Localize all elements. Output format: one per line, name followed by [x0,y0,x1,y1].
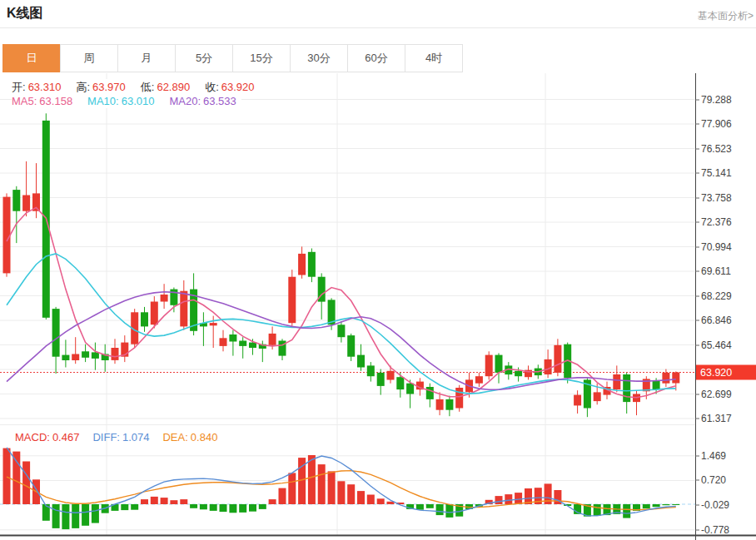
candle [672,373,679,384]
candle [623,374,630,402]
macd-bar [151,497,158,504]
tab-month[interactable]: 月 [117,44,176,72]
candle [436,399,444,410]
tab-5min[interactable]: 5分 [175,44,233,72]
macd-bar [672,504,679,505]
macd-bar [495,496,503,504]
candle [249,343,256,348]
macd-bar [161,498,168,504]
price-axis-label: 62.699 [701,389,732,400]
candle [288,277,296,324]
kline-module: 79.28877.90676.52375.14173.75872.37670.9… [0,0,756,540]
tab-30min[interactable]: 30分 [290,44,348,72]
candle [455,388,463,409]
macd-bar [318,464,326,504]
tab-4hour[interactable]: 4时 [405,44,463,72]
macd-bar [72,504,79,528]
macd-axis-label: 1.469 [701,450,726,462]
grid-layer [0,73,695,535]
header-divider [0,27,756,28]
tab-day[interactable]: 日 [2,44,61,72]
candle [141,312,148,326]
macd-bar [662,504,669,505]
macd-bar [52,504,60,528]
macd-axis-label: -0.778 [701,524,729,536]
price-axis-label: 76.523 [701,143,732,155]
macd-layer [3,448,680,529]
macd-bar [269,499,276,504]
candle [367,365,375,376]
candle [445,399,453,410]
macd-bar [337,481,345,504]
macd-axis-label: 0.720 [701,474,726,486]
macd-bar [180,499,187,504]
open-readout: 开:63.310 [12,80,61,95]
price-axis-label: 73.758 [701,192,732,204]
candles-layer [3,113,680,417]
candle [347,335,355,357]
candle [396,377,404,389]
tab-15min[interactable]: 15分 [232,44,291,72]
candle [298,254,306,275]
macd-bar [426,504,434,508]
candle [112,348,119,360]
fundamental-analysis-link[interactable]: 基本面分析> [698,9,754,23]
macd-bar [445,504,453,518]
close-readout: 收:63.920 [205,80,254,95]
candle [92,352,99,359]
macd-value-readout: MACD:0.467 [15,431,79,443]
macd-bar [239,504,246,513]
macd-bar [357,491,365,504]
candle [72,354,79,361]
price-axis-label: 65.464 [701,339,732,351]
macd-bar [515,493,522,504]
diff-value-readout: DIFF:1.074 [92,431,149,443]
macd-bar [3,448,11,504]
price-axis-label: 72.376 [701,216,732,228]
candle [3,197,11,274]
macd-bar [643,504,650,508]
price-axis-label: 68.229 [701,290,732,302]
tab-week[interactable]: 周 [60,44,118,72]
candle [485,355,493,377]
ma-readout: MA5:63.158 MA10:63.010 MA20:63.533 [12,94,241,108]
candle [613,374,620,389]
macd-bar [82,504,89,526]
candle [662,373,669,384]
candle [151,302,158,325]
price-axis-label: 75.141 [701,167,732,179]
candle [475,376,483,384]
macd-bar [229,504,236,513]
ma20-readout: MA20:63.533 [169,95,236,107]
candle [337,324,345,337]
macd-bar [200,504,207,509]
macd-bar [121,504,128,510]
candle [229,334,236,342]
macd-bar [141,499,148,504]
macd-bar [623,504,630,518]
macd-bar [505,494,512,504]
macd-bar [22,462,30,505]
current-price-badge-text: 63.920 [700,367,732,379]
candle [180,291,187,327]
low-readout: 低:62.890 [141,80,190,95]
ma10-readout: MA10:63.010 [87,95,154,107]
candle [545,359,552,374]
dea-value-readout: DEA:0.840 [162,431,217,443]
candle [495,355,503,373]
macd-bar [377,498,385,504]
macd-bar [170,500,177,504]
macd-bar [92,504,99,523]
candle [12,190,20,211]
page-title: K线图 [7,5,43,22]
macd-bar [653,504,660,507]
candle [515,371,522,376]
tab-60min[interactable]: 60分 [347,44,405,72]
price-axis-label: 77.906 [701,118,732,130]
interval-tabs: 日 周 月 5分 15分 30分 60分 4时 [3,44,463,72]
macd-bar [328,471,336,504]
macd-bar [190,504,197,508]
macd-bar [220,504,227,512]
macd-bar [347,484,355,504]
macd-bar [367,495,375,505]
